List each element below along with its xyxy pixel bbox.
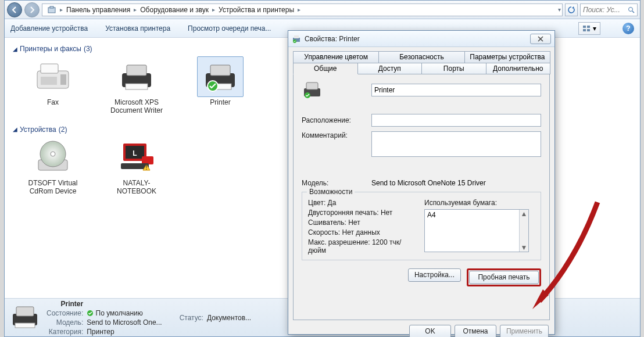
scrollbar[interactable]: ▲▼ bbox=[519, 210, 528, 252]
dialog-footer: OK Отмена Применить bbox=[288, 320, 554, 337]
cap-maxres: Макс. разрешение: 1200 тчк/дюйм bbox=[308, 238, 418, 254]
svg-rect-7 bbox=[587, 29, 590, 31]
svg-point-21 bbox=[51, 152, 55, 156]
tab-device-settings[interactable]: Параметры устройства bbox=[464, 51, 550, 63]
model-value: Send to Microsoft OneNote 15 Driver bbox=[371, 179, 486, 187]
breadcrumb-item[interactable]: Панель управления bbox=[63, 4, 134, 16]
paper-list[interactable]: A4 ▲▼ bbox=[424, 209, 529, 252]
printer-icon bbox=[113, 56, 160, 97]
group-count: (3) bbox=[84, 45, 92, 53]
svg-rect-1 bbox=[50, 6, 53, 8]
chevron-right-icon[interactable]: ▸ bbox=[298, 6, 300, 13]
svg-rect-36 bbox=[306, 83, 318, 89]
printer-name-input[interactable] bbox=[371, 84, 541, 96]
group-title: Устройства bbox=[20, 126, 56, 134]
help-button[interactable]: ? bbox=[622, 23, 634, 34]
details-model-value: Send to Microsoft One... bbox=[87, 318, 162, 327]
details-category-value: Принтер bbox=[87, 328, 162, 336]
show-queue-cmd[interactable]: Просмотр очереди печа... bbox=[188, 24, 271, 33]
forward-button[interactable] bbox=[24, 2, 40, 17]
svg-rect-9 bbox=[41, 64, 58, 73]
tab-sharing[interactable]: Доступ bbox=[357, 63, 423, 74]
add-printer-cmd[interactable]: Установка принтера bbox=[105, 24, 170, 33]
tab-security[interactable]: Безопасность bbox=[378, 51, 464, 63]
close-button[interactable] bbox=[530, 34, 551, 44]
chevron-down-icon: ◢ bbox=[13, 46, 17, 52]
svg-rect-33 bbox=[294, 35, 299, 38]
breadcrumb-item[interactable]: Оборудование и звук bbox=[137, 4, 212, 16]
add-device-cmd[interactable]: Добавление устройства bbox=[10, 24, 88, 33]
dialog-title: Свойства: Printer bbox=[305, 35, 530, 43]
settings-button[interactable]: Настройка... bbox=[408, 268, 461, 282]
view-mode-button[interactable]: ▾ bbox=[578, 22, 600, 35]
back-button[interactable] bbox=[7, 2, 22, 17]
tab-general[interactable]: Общие bbox=[293, 63, 358, 74]
svg-rect-16 bbox=[210, 65, 230, 76]
tab-color-management[interactable]: Управление цветом bbox=[293, 51, 379, 63]
search-input[interactable] bbox=[583, 6, 624, 14]
breadcrumb-item[interactable]: Устройства и принтеры bbox=[215, 4, 298, 16]
printer-icon bbox=[9, 303, 41, 332]
details-model-label: Модель: bbox=[46, 318, 83, 327]
device-dtsoft[interactable]: DTSOFT Virtual CdRom Device bbox=[21, 137, 85, 196]
paper-item[interactable]: A4 bbox=[427, 211, 526, 219]
tab-ports[interactable]: Порты bbox=[421, 63, 486, 74]
nav-bar: ▸ Панель управления ▸ Оборудование и зву… bbox=[5, 1, 640, 19]
chevron-down-icon: ◢ bbox=[13, 126, 17, 132]
tab-advanced[interactable]: Дополнительно bbox=[486, 63, 551, 74]
svg-text:!: ! bbox=[145, 163, 147, 171]
cap-paper-label: Используемая бумага: bbox=[424, 199, 535, 207]
svg-rect-5 bbox=[587, 26, 590, 28]
device-nataly[interactable]: L! NATALY-NOTEBOOK bbox=[105, 137, 169, 196]
device-label: Fax bbox=[47, 98, 59, 106]
chevron-down-icon[interactable]: ▾ bbox=[558, 6, 561, 13]
device-printer[interactable]: Printer bbox=[188, 56, 252, 115]
cap-stapler: Сшиватель: Нет bbox=[308, 218, 418, 227]
search-icon bbox=[628, 6, 635, 13]
details-state-label: Состояние: bbox=[46, 309, 83, 317]
details-status-label: Статус: bbox=[180, 314, 203, 322]
fax-icon bbox=[30, 56, 76, 97]
printer-properties-dialog: Свойства: Printer Управление цветом Безо… bbox=[288, 30, 555, 335]
apply-button[interactable]: Применить bbox=[500, 325, 549, 337]
group-title: Принтеры и факсы bbox=[20, 45, 81, 53]
scroll-up-icon[interactable]: ▲ bbox=[521, 210, 528, 218]
svg-rect-11 bbox=[41, 77, 57, 85]
cdrom-icon bbox=[30, 137, 76, 178]
device-label: DTSOFT Virtual CdRom Device bbox=[21, 179, 85, 196]
details-name: Printer bbox=[46, 300, 83, 308]
svg-rect-13 bbox=[127, 65, 146, 76]
device-fax[interactable]: Fax bbox=[21, 56, 85, 115]
test-print-button[interactable]: Пробная печать bbox=[469, 271, 539, 284]
capabilities-legend: Возможности bbox=[307, 188, 355, 196]
breadcrumb-icon[interactable] bbox=[44, 4, 60, 16]
comment-input[interactable] bbox=[371, 131, 541, 157]
scroll-down-icon[interactable]: ▼ bbox=[521, 243, 528, 252]
svg-rect-29 bbox=[16, 307, 34, 316]
address-bar[interactable]: ▸ Панель управления ▸ Оборудование и зву… bbox=[42, 3, 563, 16]
svg-point-2 bbox=[629, 7, 633, 11]
device-xps[interactable]: Microsoft XPS Document Writer bbox=[105, 56, 169, 115]
details-category-label: Категория: bbox=[46, 328, 83, 336]
cap-duplex: Двусторонняя печать: Нет bbox=[308, 209, 418, 217]
computer-icon: L! bbox=[113, 137, 160, 178]
cap-color: Цвет: Да bbox=[308, 199, 418, 207]
svg-rect-10 bbox=[60, 74, 66, 85]
cap-speed: Скорость: Нет данных bbox=[308, 228, 418, 236]
svg-rect-4 bbox=[583, 26, 586, 28]
test-print-highlight: Пробная печать bbox=[467, 268, 541, 286]
cancel-button[interactable]: Отмена bbox=[455, 325, 496, 337]
model-label: Модель: bbox=[302, 179, 366, 187]
printer-icon bbox=[197, 56, 244, 97]
dialog-titlebar[interactable]: Свойства: Printer bbox=[288, 31, 554, 47]
svg-rect-14 bbox=[126, 84, 148, 89]
search-box[interactable] bbox=[580, 3, 638, 16]
svg-rect-6 bbox=[583, 29, 586, 31]
device-label: NATALY-NOTEBOOK bbox=[105, 179, 169, 196]
comment-label: Комментарий: bbox=[302, 131, 366, 139]
svg-rect-30 bbox=[15, 323, 35, 328]
refresh-button[interactable] bbox=[565, 3, 578, 16]
device-label: Microsoft XPS Document Writer bbox=[105, 98, 169, 115]
ok-button[interactable]: OK bbox=[409, 325, 451, 337]
location-input[interactable] bbox=[371, 114, 541, 127]
